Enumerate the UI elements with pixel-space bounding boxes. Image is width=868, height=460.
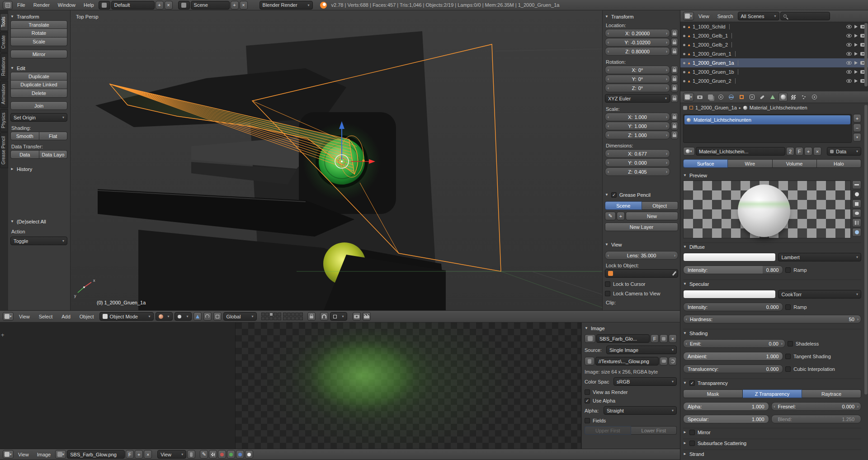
snap-toggle-button[interactable] [320, 312, 328, 321]
editor-type-image-button[interactable]: ▾ [3, 450, 14, 459]
unlink-image-button[interactable]: × [669, 334, 677, 343]
shadeless-row[interactable]: Shadeless [788, 341, 861, 346]
channel-green-button[interactable] [227, 450, 235, 459]
tab-world[interactable] [726, 93, 736, 101]
rotation-z-field[interactable]: ‹Z:0°› [605, 84, 670, 92]
add-layout-button[interactable]: + [156, 1, 164, 9]
panel-header-transparency[interactable]: ▼✓Transparency [683, 379, 861, 387]
scale-x-field[interactable]: ‹X:1.000› [605, 113, 670, 121]
fake-user-button[interactable]: F [126, 450, 134, 459]
layer-toggle[interactable] [287, 317, 291, 320]
tangent-shading-row[interactable]: Tangent Shading [785, 354, 861, 359]
outliner-scrollbar[interactable] [864, 23, 868, 86]
expand-dot-icon[interactable] [683, 35, 685, 37]
preview-flat-button[interactable] [852, 180, 861, 189]
lens-field[interactable]: ‹Lens:35.000› [605, 251, 678, 260]
selectability-cursor-icon[interactable] [854, 25, 858, 28]
set-origin-dropdown[interactable]: Set Origin▾ [10, 113, 67, 122]
pack-image-button[interactable] [660, 334, 668, 343]
lock-camera-checkbox[interactable] [605, 291, 610, 296]
visibility-eye-icon[interactable] [846, 25, 852, 28]
rotate-button[interactable]: Rotate [10, 29, 67, 38]
panel-header-sss[interactable]: ►Subsurface Scattering [683, 439, 861, 447]
panel-header-image[interactable]: ▼Image [585, 324, 677, 332]
panel-header-preview[interactable]: ▼Preview [683, 171, 861, 179]
toolshelf-tab-relations[interactable]: Relations [0, 53, 8, 80]
breadcrumb-object[interactable]: 1_2000_Gruen_1a [695, 105, 737, 110]
translucency-slider[interactable]: Translucency:0.000 [683, 365, 783, 373]
outliner-search-box[interactable] [780, 12, 830, 20]
menu-select[interactable]: Select [35, 313, 57, 320]
fresnel-field[interactable]: ‹Fresnel:0.000› [771, 402, 862, 411]
layer-toggle[interactable] [299, 313, 303, 316]
remove-slot-button[interactable]: − [853, 123, 861, 132]
tab-object-data[interactable] [768, 93, 777, 101]
selectability-cursor-icon[interactable] [854, 52, 858, 56]
layer-toggle[interactable] [265, 313, 269, 316]
users-count-button[interactable]: 2 [786, 147, 794, 156]
channel-blue-button[interactable] [236, 450, 244, 459]
toolshelf-tab-tools[interactable]: Tools [0, 13, 8, 31]
sss-checkbox[interactable] [689, 441, 695, 446]
selectability-cursor-icon[interactable] [854, 61, 858, 65]
scale-y-field[interactable]: ‹Y:1.000› [605, 122, 670, 130]
layer-toggle[interactable] [261, 313, 265, 316]
layer-toggle[interactable] [299, 317, 303, 320]
selectability-cursor-icon[interactable] [854, 43, 858, 47]
menu-file[interactable]: File [14, 1, 29, 9]
dimension-x-field[interactable]: ‹X:0.677› [605, 149, 670, 158]
diffuse-intensity-slider[interactable]: Intensity:0.800 [683, 266, 783, 274]
image-display-area[interactable] [235, 322, 581, 449]
transparency-mask-button[interactable]: Mask [683, 389, 743, 398]
transparency-specular-slider[interactable]: Specular:1.000 [683, 415, 769, 423]
grease-pencil-checkbox[interactable]: ✓ [611, 192, 617, 198]
grease-pencil-button[interactable]: ✎ [200, 450, 208, 459]
preview-sky-button[interactable] [852, 228, 861, 237]
lock-rotation-y-button[interactable] [671, 75, 678, 83]
layer-toggle[interactable] [295, 317, 299, 320]
translate-button[interactable]: Translate [10, 20, 67, 29]
panel-header-view[interactable]: ▼View [605, 241, 678, 248]
data-transfer-data-button[interactable]: Data [10, 150, 39, 159]
outliner-filter-dropdown[interactable]: All Scenes▾ [738, 12, 779, 20]
slot-specials-button[interactable]: ▾ [853, 133, 861, 142]
grease-new-button[interactable]: New [626, 212, 678, 220]
add-slot-button[interactable]: + [853, 114, 861, 123]
transparency-checkbox[interactable]: ✓ [689, 380, 695, 386]
list-item[interactable]: ▲1_1000_Schild [680, 22, 868, 31]
menu-image[interactable]: Image [33, 451, 55, 458]
panel-header-edit[interactable]: ▼Edit [10, 64, 67, 72]
fields-checkbox[interactable] [585, 418, 590, 423]
emit-field[interactable]: ‹Emit:0.00› [683, 339, 785, 348]
shade-flat-button[interactable]: Flat [39, 132, 68, 140]
type-wire-button[interactable]: Wire [728, 159, 772, 168]
image-name-field[interactable]: SBS_Farb_Glow.png [67, 450, 125, 459]
visibility-eye-icon[interactable] [846, 34, 852, 38]
list-item[interactable]: ▲1_2000_Gelb_2 [680, 40, 868, 49]
panel-header-shading[interactable]: ▼Shading [683, 329, 861, 337]
shadeless-checkbox[interactable] [788, 341, 793, 346]
tab-physics[interactable] [810, 93, 819, 101]
lock-rotation-x-button[interactable] [671, 66, 678, 74]
editor-type-info-button[interactable] [3, 1, 13, 9]
screen-layout-selector[interactable]: Default [111, 1, 155, 9]
type-volume-button[interactable]: Volume [773, 159, 817, 168]
layer-toggle-active[interactable] [269, 313, 273, 316]
render-engine-selector[interactable]: Blender Render▾ [259, 1, 313, 9]
layer-toggle[interactable] [295, 313, 299, 316]
alpha-mode-dropdown[interactable]: Straight▾ [604, 406, 677, 415]
scene-selector[interactable]: Scene [191, 1, 230, 9]
layer-toggle[interactable] [261, 317, 265, 320]
layer-toggle[interactable] [283, 317, 287, 320]
layer-toggle[interactable] [265, 317, 269, 320]
visibility-eye-icon[interactable] [846, 52, 852, 56]
pivot-point-dropdown[interactable]: ▾ [175, 312, 192, 321]
tab-object[interactable] [737, 93, 746, 101]
menu-view[interactable]: View [15, 313, 33, 320]
breadcrumb-material[interactable]: Material_Lichtscheinunten [750, 105, 807, 110]
eyedropper-icon[interactable] [672, 271, 676, 275]
tab-scene[interactable] [716, 93, 725, 101]
panel-header-grease-pencil[interactable]: ▼✓Grease Pencil [605, 191, 678, 199]
diffuse-shader-dropdown[interactable]: Lambert▾ [778, 253, 861, 261]
pivot-dropdown[interactable]: View▾ [157, 450, 186, 459]
